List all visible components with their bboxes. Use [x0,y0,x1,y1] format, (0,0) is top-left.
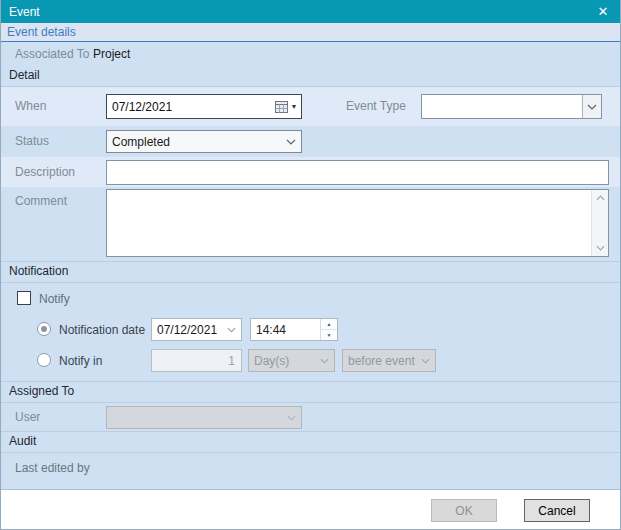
section-header-notification: Notification [1,261,620,283]
notify-in-label: Notify in [59,354,102,368]
when-row: When ▼ Event Type [1,87,620,126]
notification-time-input[interactable] [251,319,320,340]
notification-date-value: 07/12/2021 [152,323,217,337]
when-date-input[interactable] [107,100,271,114]
notification-date-row: Notification date 07/12/2021 ▲ ▼ [1,313,620,345]
notify-in-radio[interactable] [37,353,51,367]
when-date-field[interactable]: ▼ [106,94,302,119]
chevron-down-icon [596,245,605,251]
user-row: User [1,403,620,431]
triangle-down-icon: ▼ [327,332,332,338]
notify-in-unit-combobox: Day(s) [248,349,335,372]
associated-to-label: Associated To [15,47,90,61]
window-title: Event [9,5,40,19]
time-spinner: ▲ ▼ [320,319,337,340]
event-type-label: Event Type [346,99,406,113]
section-header-detail: Detail [1,65,620,87]
ok-button[interactable]: OK [431,499,497,522]
when-label: When [15,99,46,113]
event-type-combobox[interactable] [421,94,602,119]
notification-date-label: Notification date [59,323,145,337]
event-dialog: Event ✕ Event details Associated To Proj… [0,0,621,530]
notify-row: Notify [1,283,620,313]
chevron-down-icon [314,358,334,364]
notification-date-combobox[interactable]: 07/12/2021 [151,318,242,341]
comment-row: Comment [1,187,620,261]
notification-date-radio[interactable] [37,322,51,336]
assigned-to-section-label: Assigned To [9,384,74,398]
footer: OK Cancel [1,490,620,529]
comment-scrollbar[interactable] [591,190,608,256]
status-combobox[interactable]: Completed [106,130,302,153]
section-header-audit: Audit [1,431,620,453]
chevron-up-icon [596,195,605,201]
associated-to-row: Associated To Project [1,42,620,65]
notify-in-timing-combobox: before event [342,349,436,372]
user-label: User [15,410,40,424]
spin-up-button[interactable]: ▲ [321,319,337,330]
notify-in-amount-input [151,349,242,372]
detail-section-label: Detail [9,68,40,82]
notification-section-label: Notification [9,264,68,278]
last-edited-row: Last edited by [1,453,620,481]
chevron-down-icon [415,358,435,364]
scroll-up-button[interactable] [592,190,608,206]
comment-textarea[interactable] [107,190,591,256]
comment-label: Comment [15,194,67,208]
status-row: Status Completed [1,126,620,157]
close-icon: ✕ [598,4,609,19]
event-details-header: Event details [1,23,620,42]
close-button[interactable]: ✕ [586,0,620,23]
when-calendar-button[interactable]: ▼ [271,95,301,118]
last-edited-by-label: Last edited by [15,461,90,475]
description-input[interactable] [106,160,609,185]
chevron-down-icon [281,415,301,421]
notify-checkbox[interactable] [17,291,31,305]
notify-label: Notify [39,292,70,306]
scroll-down-button[interactable] [592,240,608,256]
associated-to-value: Project [93,47,130,61]
chevron-down-icon [582,95,601,118]
notify-in-unit-value: Day(s) [249,354,289,368]
notify-in-row: Notify in Day(s) before event [1,345,620,381]
event-details-label: Event details [7,25,76,39]
status-label: Status [15,134,49,148]
description-label: Description [15,165,75,179]
notify-in-timing-value: before event [343,354,415,368]
titlebar: Event ✕ [1,0,620,23]
form-panel: Associated To Project Detail When ▼ [1,42,620,490]
section-header-assigned-to: Assigned To [1,381,620,403]
dropdown-arrow-icon: ▼ [291,103,298,110]
description-row: Description [1,157,620,187]
spin-down-button[interactable]: ▼ [321,330,337,340]
chevron-down-icon [221,327,241,333]
audit-section-label: Audit [9,434,36,448]
cancel-button[interactable]: Cancel [524,499,590,522]
calendar-icon [275,101,288,113]
user-combobox [106,406,302,429]
status-value: Completed [107,135,170,149]
chevron-down-icon [281,139,301,145]
notification-time-field: ▲ ▼ [250,318,338,341]
comment-field [106,189,609,257]
triangle-up-icon: ▲ [327,321,332,327]
